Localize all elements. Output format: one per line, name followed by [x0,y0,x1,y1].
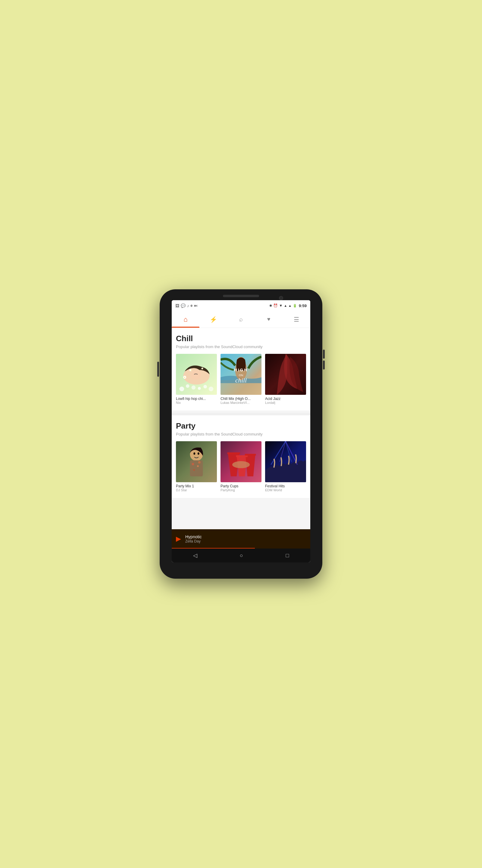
party2-author: PartyKing [221,488,261,492]
svg-point-8 [191,370,201,379]
acidjazz-thumb-svg [265,354,306,395]
heart-icon: ♥ [267,316,270,322]
phone-frame: 🖼 💬 ♪ e ⏭ ✱ ⏰ ▼ ▲ ▲ 🔋 9:59 ⌂ ⚡ [160,289,322,579]
svg-point-30 [193,453,195,455]
chill-subtitle: Popular playlists from the SoundCloud co… [176,344,306,349]
svg-point-27 [197,465,199,467]
playlist-item-party3[interactable]: Festival Hits EDM World [265,441,306,492]
playlist-item-highchill[interactable]: HIGH ON chill Chill Mix (High O... Lukas… [221,354,261,404]
music-note-icon: ♪ [187,304,189,308]
svg-point-29 [198,461,201,464]
playlist-item-acidjazz[interactable]: Acid Jazz Lordafj [265,354,306,404]
svg-point-1 [180,387,184,392]
highchill-name: Chill Mix (High O... [221,397,261,401]
playlist-item-lowfi[interactable]: Lowfi hip hop chi... Nix [176,354,217,404]
playlist-thumb-highchill: HIGH ON chill [221,354,261,395]
svg-point-5 [203,385,207,389]
party-playlist-row: Party Mix 1 DJ Star [176,441,306,492]
party1-name: Party Mix 1 [176,484,217,488]
svg-rect-33 [227,453,240,454]
hamburger-icon: ☰ [294,316,299,323]
svg-text:HIGH: HIGH [234,368,248,372]
phone-camera [279,296,283,300]
section-divider [172,413,310,415]
battery-icon: 🔋 [293,304,297,308]
phone-screen: 🖼 💬 ♪ e ⏭ ✱ ⏰ ▼ ▲ ▲ 🔋 9:59 ⌂ ⚡ [172,300,310,562]
svg-text:ON: ON [239,373,244,377]
search-icon: ⌕ [239,316,243,323]
svg-rect-35 [245,454,256,456]
tab-activity[interactable]: ⚡ [199,311,227,328]
playlist-thumb-party3 [265,441,306,482]
party3-author: EDM World [265,488,306,492]
svg-point-14 [184,377,185,378]
party3-name: Festival Hits [265,484,306,488]
lowfi-thumb-svg [176,354,217,395]
tab-likes[interactable]: ♥ [255,311,283,328]
mini-player-title: Hypnotic [185,534,306,539]
mini-player-play-button[interactable]: ▶ [176,535,181,543]
highchill-thumb-svg: HIGH ON chill [221,354,261,395]
playlist-thumb-lowfi [176,354,217,395]
svg-point-26 [192,463,194,465]
chill-title: Chill [176,334,306,343]
status-bar: 🖼 💬 ♪ e ⏭ ✱ ⏰ ▼ ▲ ▲ 🔋 9:59 [172,300,310,311]
svg-text:chill: chill [235,377,247,384]
playlist-item-party1[interactable]: Party Mix 1 DJ Star [176,441,217,492]
playlist-thumb-party2 [221,441,261,482]
wifi-icon: ▼ [279,304,283,308]
bluetooth-icon: ✱ [269,304,272,308]
acidjazz-author: Lordafj [265,401,306,404]
home-icon: ⌂ [184,315,187,323]
playlist-thumb-party1 [176,441,217,482]
party1-author: DJ Star [176,488,217,492]
tab-search[interactable]: ⌕ [227,311,255,328]
content-area: Chill Popular playlists from the SoundCl… [172,328,310,529]
tab-menu[interactable]: ☰ [283,311,310,328]
svg-point-10 [191,369,192,370]
back-button[interactable]: ◁ [193,552,197,559]
acidjazz-name: Acid Jazz [265,397,306,401]
image-icon: 🖼 [175,304,179,308]
signal-icon-2: ▲ [288,304,292,307]
home-button[interactable]: ○ [240,553,243,559]
party-title: Party [176,421,306,431]
playlist-item-party2[interactable]: Party Cups PartyKing [221,441,261,492]
system-nav-bar: ◁ ○ □ [172,549,310,562]
highchill-author: Lukas MarcinkeVI... [221,401,261,404]
party-subtitle: Popular playlists from the SoundCloud co… [176,432,306,436]
envelope-icon: e [191,304,193,308]
media-icon: ⏭ [194,304,198,308]
mini-player-progress-bar [172,548,255,549]
party1-thumb-svg [176,441,217,482]
status-right-icons: ✱ ⏰ ▼ ▲ ▲ 🔋 9:59 [269,304,307,308]
mini-player[interactable]: ▶ Hypnotic Zella Day [172,529,310,549]
alarm-icon: ⏰ [273,304,278,308]
lowfi-author: Nix [176,401,217,404]
tab-home[interactable]: ⌂ [172,311,199,328]
party2-thumb-svg [221,441,261,482]
chill-playlist-row: Lowfi hip hop chi... Nix [176,354,306,404]
recent-button[interactable]: □ [286,553,289,559]
mini-player-artist: Zella Day [185,539,306,544]
party-section: Party Popular playlists from the SoundCl… [172,415,310,498]
mini-player-info: Hypnotic Zella Day [185,534,306,544]
time-display: 9:59 [299,304,307,308]
playlist-thumb-acidjazz [265,354,306,395]
nav-tabs: ⌂ ⚡ ⌕ ♥ ☰ [172,311,310,328]
svg-point-3 [191,385,195,390]
lowfi-name: Lowfi hip hop chi... [176,397,217,401]
svg-point-28 [193,469,195,471]
party3-thumb-svg [265,441,306,482]
svg-rect-25 [190,460,203,476]
svg-point-4 [198,387,201,390]
svg-point-12 [202,368,203,369]
status-left-icons: 🖼 💬 ♪ e ⏭ [175,304,198,308]
lightning-icon: ⚡ [210,316,217,323]
volume-buttons [323,350,325,370]
party2-name: Party Cups [221,484,261,488]
svg-point-36 [232,461,250,468]
signal-icon-1: ▲ [284,304,287,307]
power-button [157,362,159,377]
whatsapp-icon: 💬 [181,304,186,308]
